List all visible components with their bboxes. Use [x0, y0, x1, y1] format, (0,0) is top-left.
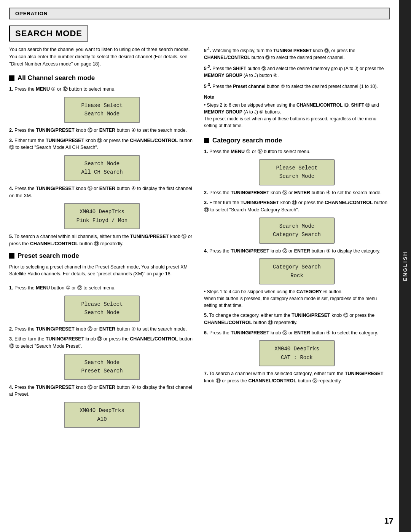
note-text-2: • Steps 1 to 4 can be skipped when using… — [204, 288, 390, 309]
lcd-please-select-cat: Please Select Search Mode — [259, 159, 335, 185]
heading-square-icon-3 — [204, 138, 209, 143]
lcd-xm040-cat: XM040 DeepTrks CAT : Rock — [259, 340, 335, 366]
intro-text: You can search for the channel you want … — [9, 46, 195, 67]
note-title: Note — [204, 94, 390, 101]
lcd-search-mode-cat: Search Mode Category Search — [259, 217, 335, 244]
note-text-1: • Steps 2 to 6 can be skipped when using… — [204, 102, 390, 129]
heading-square-icon — [9, 75, 14, 81]
lcd-please-select-1: Please Select Search Mode — [64, 97, 140, 123]
preset-step-2: 2. Press the TUNING/PRESET knob ⑬ or ENT… — [9, 326, 195, 333]
all-channel-step-2: 2. Press the TUNING/PRESET knob ⑬ or ENT… — [9, 127, 195, 134]
all-channel-step-5: 5. To search a channel within all channe… — [9, 233, 195, 248]
category-step-5: 5. To change the category, either turn t… — [204, 312, 390, 326]
all-channel-step-4: 4. Press the TUNING/PRESET knob ⑬ or ENT… — [9, 185, 195, 200]
operation-label: OPERATION — [15, 11, 48, 16]
preset-substep-3: 5-3. Press the Preset channel button ② t… — [204, 82, 390, 90]
category-step-4: 4. Press the TUNING/PRESET knob ⑬ or ENT… — [204, 248, 390, 255]
lcd-search-mode-preset: Search Mode Preset Search — [64, 354, 140, 380]
search-mode-title-box: SEARCH MODE — [9, 26, 88, 42]
preset-step-1: 1. Press the MENU button ① or ⑫ to selec… — [9, 284, 195, 292]
left-column: You can search for the channel you want … — [9, 46, 195, 432]
right-column: 5-1. Watching the display, turn the TUNI… — [204, 46, 390, 432]
operation-header: OPERATION — [9, 8, 390, 19]
all-channel-step-3: 3. Either turn the TUNING/PRESET knob ⑬ … — [9, 137, 195, 152]
page-title: SEARCH MODE — [15, 29, 82, 38]
note-box: Note • Steps 2 to 6 can be skipped when … — [204, 94, 390, 129]
preset-substep-2: 5-2. Press the SHIFT button ⑬ and select… — [204, 64, 390, 79]
preset-step-4: 4. Press the TUNING/PRESET knob ⑬ or ENT… — [9, 384, 195, 398]
category-step-1: 1. Press the MENU ① or ⑫ button to selec… — [204, 148, 390, 155]
category-step-2: 2. Press the TUNING/PRESET knob ⑬ or ENT… — [204, 189, 390, 197]
category-title: Category search mode — [212, 137, 282, 144]
lcd-search-mode-all: Search Mode All CH Search — [64, 155, 140, 181]
preset-substep-1: 5-1. Watching the display, turn the TUNI… — [204, 46, 390, 61]
category-heading: Category search mode — [204, 137, 390, 144]
all-channel-title: All Channel search mode — [18, 74, 95, 82]
category-step-3: 3. Either turn the TUNING/PRESET knob ⑬ … — [204, 199, 390, 214]
preset-step-3: 3. Either turn the TUNING/PRESET knob ⑬ … — [9, 335, 195, 350]
side-tab-label: ENGLISH — [402, 251, 408, 281]
lcd-category-rock: Category Search Rock — [259, 258, 335, 284]
category-step-6: 6. Press the TUNING/PRESET knob ⑬ or ENT… — [204, 329, 390, 337]
two-column-layout: You can search for the channel you want … — [9, 46, 390, 432]
all-channel-heading: All Channel search mode — [9, 74, 195, 82]
all-channel-step-1: 1. Press the MENU ① or ⑫ button to selec… — [9, 86, 195, 93]
page-number: 17 — [384, 516, 393, 526]
preset-heading: Preset search mode — [9, 252, 195, 260]
note-box-2: • Steps 1 to 4 can be skipped when using… — [204, 288, 390, 309]
preset-title: Preset search mode — [18, 252, 79, 260]
preset-intro: Prior to selecting a preset channel in t… — [9, 264, 195, 278]
lcd-xm040-1: XM040 DeepTrks Pink Floyd / Mon — [64, 203, 140, 229]
category-step-7: 7. To search a channel within the select… — [204, 370, 390, 385]
side-tab: ENGLISH — [399, 0, 411, 532]
lcd-please-select-preset: Please Select Search Mode — [64, 296, 140, 322]
lcd-xm040-preset: XM040 DeepTrks A10 — [64, 402, 140, 428]
main-content: OPERATION SEARCH MODE You can search for… — [0, 0, 399, 443]
heading-square-icon-2 — [9, 253, 14, 259]
